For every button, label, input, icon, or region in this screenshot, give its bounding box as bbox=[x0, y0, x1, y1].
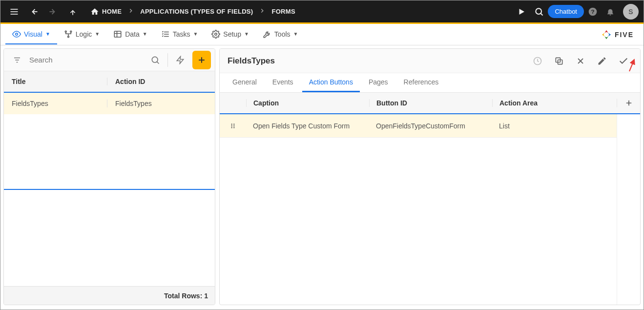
tab-label: Data bbox=[125, 30, 140, 38]
footer-count: 1 bbox=[204, 292, 208, 300]
tab-label: Visual bbox=[24, 30, 42, 38]
header-action-area[interactable]: Action Area bbox=[492, 99, 617, 107]
list-footer: Total Rows: 1 bbox=[4, 286, 215, 305]
lightning-icon[interactable] bbox=[171, 51, 189, 69]
brand-logo: FIVE bbox=[601, 29, 634, 40]
tab-action-buttons[interactable]: Action Buttons bbox=[302, 73, 360, 92]
breadcrumb-applications[interactable]: APPLICATIONS (TYPES OF FIELDS) bbox=[137, 6, 256, 17]
tab-setup[interactable]: Setup ▼ bbox=[205, 25, 256, 44]
search-input[interactable] bbox=[29, 56, 143, 64]
up-icon[interactable] bbox=[64, 3, 82, 21]
svg-point-12 bbox=[65, 31, 66, 32]
svg-line-30 bbox=[157, 62, 159, 63]
svg-point-7 bbox=[536, 8, 542, 14]
breadcrumb-forms[interactable]: FORMS bbox=[269, 6, 298, 17]
search-global-icon[interactable] bbox=[530, 3, 548, 21]
tab-data[interactable]: Data ▼ bbox=[106, 25, 154, 44]
help-icon[interactable]: ? bbox=[584, 3, 602, 21]
table-row[interactable]: Open Fields Type Custom Form OpenFieldsT… bbox=[220, 114, 617, 138]
svg-marker-24 bbox=[604, 36, 608, 39]
svg-marker-6 bbox=[519, 9, 525, 15]
svg-rect-15 bbox=[114, 31, 121, 37]
back-icon[interactable] bbox=[25, 3, 42, 21]
chevron-down-icon: ▼ bbox=[244, 31, 249, 37]
breadcrumb-home[interactable]: HOME bbox=[87, 5, 125, 18]
close-icon[interactable] bbox=[572, 52, 589, 70]
header-action-id[interactable]: Action ID bbox=[107, 78, 215, 85]
list-row[interactable]: FieldsTypes FieldsTypes bbox=[4, 93, 215, 114]
edit-icon[interactable] bbox=[593, 52, 611, 70]
detail-panel: FieldsTypes General Events Action Button… bbox=[219, 48, 641, 305]
topbar: HOME APPLICATIONS (TYPES OF FIELDS) FORM… bbox=[0, 0, 644, 24]
svg-marker-25 bbox=[602, 33, 605, 36]
tab-label: Tasks bbox=[173, 30, 190, 38]
list-headers: Title Action ID bbox=[4, 71, 215, 93]
cell-button-id: OpenFieldsTypeCustomForm bbox=[369, 122, 492, 130]
tab-label: Setup bbox=[223, 30, 241, 38]
tab-label: Logic bbox=[76, 30, 92, 38]
detail-header: FieldsTypes bbox=[220, 49, 640, 73]
breadcrumb: HOME APPLICATIONS (TYPES OF FIELDS) FORM… bbox=[87, 5, 298, 18]
breadcrumb-label: FORMS bbox=[271, 8, 295, 15]
svg-point-41 bbox=[231, 124, 232, 124]
cell-action-area: List bbox=[492, 122, 617, 130]
filter-icon[interactable] bbox=[8, 51, 26, 69]
svg-point-29 bbox=[152, 57, 158, 62]
drag-handle-icon[interactable] bbox=[220, 123, 246, 129]
play-icon[interactable] bbox=[513, 3, 530, 21]
breadcrumb-label: APPLICATIONS (TYPES OF FIELDS) bbox=[140, 8, 253, 15]
tab-general[interactable]: General bbox=[226, 73, 264, 92]
nav-tabs: Visual ▼ Logic ▼ Data ▼ Tasks ▼ Setup ▼ … bbox=[0, 24, 644, 45]
tab-events[interactable]: Events bbox=[266, 73, 300, 92]
forward-icon bbox=[44, 3, 62, 21]
chatbot-button[interactable]: Chatbot bbox=[548, 5, 584, 18]
bell-icon[interactable] bbox=[602, 3, 619, 21]
hamburger-menu-icon[interactable] bbox=[5, 3, 23, 21]
search-icon[interactable] bbox=[146, 51, 165, 69]
svg-point-13 bbox=[70, 31, 72, 32]
avatar[interactable]: S bbox=[623, 4, 639, 20]
chevron-right-icon bbox=[127, 7, 134, 16]
detail-tabs: General Events Action Buttons Pages Refe… bbox=[220, 73, 640, 93]
tab-tools[interactable]: Tools ▼ bbox=[256, 25, 305, 44]
svg-text:?: ? bbox=[591, 8, 594, 15]
tab-pages[interactable]: Pages bbox=[362, 73, 395, 92]
tab-references[interactable]: References bbox=[397, 73, 446, 92]
svg-point-43 bbox=[231, 125, 232, 126]
svg-line-8 bbox=[541, 13, 543, 15]
svg-marker-23 bbox=[608, 33, 611, 36]
header-button-id[interactable]: Button ID bbox=[369, 99, 492, 107]
copy-icon[interactable] bbox=[550, 52, 568, 70]
cell-caption: Open Fields Type Custom Form bbox=[246, 122, 369, 130]
chevron-down-icon: ▼ bbox=[45, 31, 50, 37]
svg-point-45 bbox=[231, 127, 232, 128]
sub-headers: Caption Button ID Action Area bbox=[220, 93, 640, 114]
list-panel: Title Action ID FieldsTypes FieldsTypes … bbox=[3, 48, 215, 305]
tab-visual[interactable]: Visual ▼ bbox=[5, 25, 57, 44]
header-caption[interactable]: Caption bbox=[246, 99, 369, 107]
tab-tasks[interactable]: Tasks ▼ bbox=[154, 25, 205, 44]
svg-point-11 bbox=[16, 33, 18, 35]
breadcrumb-label: HOME bbox=[102, 8, 122, 15]
history-icon bbox=[529, 52, 546, 70]
svg-marker-22 bbox=[604, 30, 608, 33]
add-button[interactable] bbox=[192, 51, 211, 69]
chevron-right-icon bbox=[259, 7, 266, 16]
svg-marker-31 bbox=[177, 56, 184, 63]
tab-label: Tools bbox=[274, 30, 291, 38]
brand-label: FIVE bbox=[615, 31, 634, 39]
header-title[interactable]: Title bbox=[4, 78, 107, 85]
footer-label: Total Rows: bbox=[164, 292, 202, 300]
add-row-button[interactable] bbox=[617, 99, 640, 107]
save-check-icon[interactable] bbox=[615, 52, 632, 70]
tab-logic[interactable]: Logic ▼ bbox=[57, 25, 106, 44]
cell-action-id: FieldsTypes bbox=[107, 100, 215, 107]
chevron-down-icon: ▼ bbox=[293, 31, 298, 37]
page-title: FieldsTypes bbox=[228, 56, 275, 66]
cell-title: FieldsTypes bbox=[4, 100, 107, 107]
chevron-down-icon: ▼ bbox=[143, 31, 147, 37]
svg-point-21 bbox=[215, 33, 217, 35]
svg-point-42 bbox=[233, 124, 234, 124]
content-area: Title Action ID FieldsTypes FieldsTypes … bbox=[0, 45, 644, 308]
chevron-down-icon: ▼ bbox=[95, 31, 100, 37]
